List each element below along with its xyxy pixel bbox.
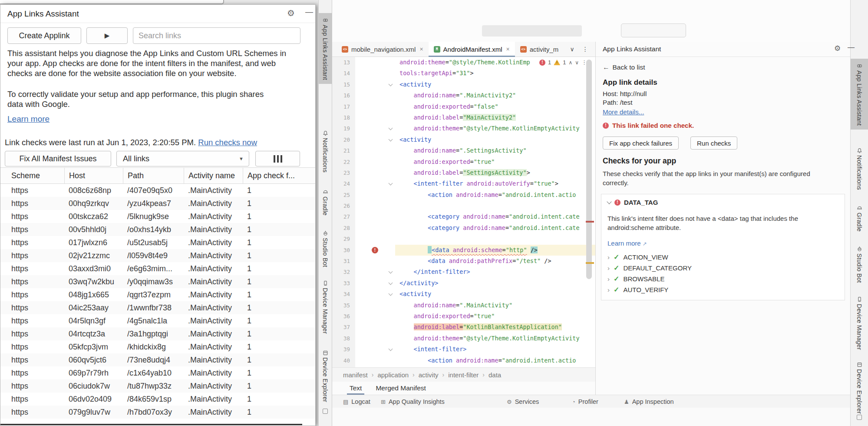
warning-stripe-mark[interactable]: [586, 262, 594, 264]
stripe-item-device-manager[interactable]: Device Manager: [851, 292, 868, 354]
code-line[interactable]: 28 <category android:name="android.inten…: [332, 223, 595, 233]
code-line[interactable]: 14tools:targetApi="31">: [332, 68, 595, 79]
table-row[interactable]: https03wq7w2kbu/y0qqimaw3s.MainActivity1: [0, 275, 315, 288]
code-line[interactable]: 23 android:label="SettingsActivity">: [332, 167, 595, 178]
code-line[interactable]: 20<activity: [332, 134, 595, 145]
editor-tab[interactable]: <>mobile_navigation.xml×: [337, 42, 429, 57]
create-applink-button[interactable]: Create Applink: [7, 27, 81, 44]
learn-more-link[interactable]: Learn more↗: [607, 240, 647, 247]
configure-columns-button[interactable]: [255, 151, 300, 166]
table-row[interactable]: https069p7r79rh/c1x64yab10.MainActivity1: [0, 366, 315, 379]
fold-icon[interactable]: [389, 270, 393, 274]
code-line[interactable]: 40 <action android:name="android.intent.…: [332, 355, 595, 366]
code-line[interactable]: 31 <data android:pathPrefix="/test" />: [332, 256, 595, 266]
code-line[interactable]: 39 <intent-filter>: [332, 344, 595, 355]
column-header[interactable]: App check f...: [243, 168, 315, 183]
fold-icon[interactable]: [389, 181, 393, 186]
stripe-item-studio-bot[interactable]: Studio Bot: [319, 226, 332, 271]
table-row[interactable]: https079g9luv7w/h7bd07ox3y.MainActivity1: [0, 406, 315, 419]
code-line[interactable]: 22 android:exported="true": [332, 156, 595, 167]
breadcrumb-item[interactable]: application: [377, 371, 409, 379]
fold-icon[interactable]: [389, 126, 393, 130]
run-checks-button[interactable]: Run checks: [690, 136, 737, 150]
minimize-icon[interactable]: —: [305, 7, 313, 17]
breadcrumb-item[interactable]: intent-filter: [448, 371, 479, 379]
gear-icon[interactable]: ⚙: [834, 44, 841, 53]
bottom-tool-item[interactable]: ▤Logcat: [343, 395, 370, 408]
table-row[interactable]: https00hq9zrkqv/yzu4kpeas7.MainActivity1: [0, 197, 315, 210]
tab-text[interactable]: Text: [350, 382, 362, 395]
code-line[interactable]: 30! <data android:scheme="http" />: [332, 245, 595, 256]
code-editor[interactable]: 13android:theme="@style/Theme.KotlinEmp1…: [332, 57, 595, 367]
fix-app-check-failures-button[interactable]: Fix app check failures: [603, 136, 679, 150]
fold-icon[interactable]: [389, 137, 393, 141]
code-line[interactable]: 35 android:name=".MainActivity": [332, 300, 595, 311]
failed-check-row[interactable]: ! DATA_TAG: [607, 199, 658, 206]
breadcrumb-item[interactable]: activity: [419, 371, 439, 379]
table-row[interactable]: https04rtcqtz3a/3a1hgptqgi.MainActivity1: [0, 327, 315, 340]
bottom-tool-item[interactable]: ⚙Services: [507, 395, 539, 408]
chevron-right-icon[interactable]: ›: [607, 286, 610, 293]
code-line[interactable]: 18 android:label="MainActivity2": [332, 112, 595, 123]
check-item[interactable]: ›✓ACTION_VIEW: [607, 252, 692, 263]
check-item[interactable]: ›✓DEFAULT_CATEGORY: [607, 263, 692, 273]
code-line[interactable]: 15<activity: [332, 79, 595, 90]
code-line[interactable]: 32 </intent-filter>: [332, 266, 595, 277]
code-line[interactable]: 21 android:name=".SettingsActivity": [332, 145, 595, 156]
stripe-item-notifications[interactable]: Notifications: [851, 143, 868, 194]
links-filter-dropdown[interactable]: All links ▼: [116, 151, 249, 166]
bottom-tool-item[interactable]: ♟App Inspection: [624, 395, 674, 408]
code-line[interactable]: 19 android:theme="@style/Theme.KotlinEmp…: [332, 123, 595, 134]
tab-merged-manifest[interactable]: Merged Manifest: [376, 382, 426, 395]
chevron-right-icon[interactable]: ›: [607, 264, 610, 272]
stripe-item-device-explorer[interactable]: Device Explorer: [319, 346, 332, 406]
table-row[interactable]: https060qv5jct6/73ne8udqj4.MainActivity1: [0, 353, 315, 366]
editor-tab[interactable]: MAndroidManifest.xml×: [429, 42, 515, 57]
chevron-right-icon[interactable]: ›: [607, 275, 610, 283]
back-to-list-link[interactable]: ←Back to list: [603, 63, 645, 71]
table-row[interactable]: https008c6z68np/407e09q5x0.MainActivity1: [0, 184, 315, 197]
error-quickfix-icon[interactable]: !: [372, 247, 378, 253]
stripe-item-device-explorer[interactable]: Device Explorer: [851, 357, 868, 418]
editor-scrollbar[interactable]: [586, 60, 592, 279]
code-line[interactable]: 33</activity>: [332, 278, 595, 289]
table-row[interactable]: https03axxd3mi0/e6g63mim....MainActivity…: [0, 262, 315, 275]
code-line[interactable]: 27 <category android:name="android.inten…: [332, 211, 595, 222]
code-line[interactable]: 24 <intent-filter android:autoVerify="tr…: [332, 178, 595, 189]
hidden-tabs-chevron-icon[interactable]: ∨: [570, 46, 574, 53]
fold-icon[interactable]: [389, 347, 393, 351]
table-row[interactable]: https02jv21zzmc/l059v8t4e9.MainActivity1: [0, 249, 315, 262]
breadcrumb-item[interactable]: manifest: [343, 371, 368, 379]
bottom-tool-item[interactable]: ◔Profiler: [572, 395, 598, 408]
column-header[interactable]: Path: [123, 168, 184, 183]
code-line[interactable]: 36 android:exported="true": [332, 311, 595, 322]
search-input[interactable]: [133, 27, 300, 44]
table-row[interactable]: https06ciudok7w/tu87hwp33z.MainActivity1: [0, 379, 315, 393]
table-row[interactable]: https017jwlxzn6/u5t2usab5j.MainActivity1: [0, 236, 315, 249]
close-icon[interactable]: ×: [419, 46, 423, 53]
bottom-tool-item[interactable]: ⊞App Quality Insights: [381, 395, 445, 408]
check-item[interactable]: ›✓BROWSABLE: [607, 273, 692, 284]
table-row[interactable]: https04r5lqn3gf/4g5nalc1la.MainActivity1: [0, 314, 315, 327]
table-row[interactable]: https00tskcza62/5lknugk9se.MainActivity1: [0, 210, 315, 223]
chevron-down-icon[interactable]: [607, 199, 611, 204]
stripe-item-app-links-assistant[interactable]: App Links Assistant: [851, 59, 868, 130]
table-row[interactable]: https05kfcp3jvm/khidckix8g.MainActivity1: [0, 340, 315, 353]
table-row[interactable]: https048jg1x665/qgrt37ezpm.MainActivity1: [0, 288, 315, 301]
stripe-item-app-links-assistant[interactable]: App Links Assistant: [319, 13, 332, 84]
more-details-link[interactable]: More details...: [603, 108, 644, 116]
close-icon[interactable]: ×: [506, 46, 510, 53]
fold-icon[interactable]: [389, 292, 393, 296]
prev-issue-icon[interactable]: ∧: [568, 60, 572, 66]
code-line[interactable]: 26: [332, 200, 595, 211]
stripe-item-studio-bot[interactable]: Studio Bot: [851, 242, 868, 287]
inspections-widget[interactable]: ! 1 ! 1 ∧ ∨ ⋮: [538, 59, 588, 66]
check-item[interactable]: ›✓AUTO_VERIFY: [607, 284, 692, 295]
code-line[interactable]: 29: [332, 233, 595, 244]
run-icon-button[interactable]: ▶: [86, 27, 128, 44]
table-row[interactable]: https04ic253aay/1wwnfbr738.MainActivity1: [0, 301, 315, 314]
chevron-right-icon[interactable]: ›: [607, 253, 610, 261]
stripe-item-device-manager[interactable]: Device Manager: [319, 276, 332, 338]
column-header[interactable]: Activity name: [184, 168, 243, 183]
learn-more-link[interactable]: Learn more: [7, 114, 50, 124]
